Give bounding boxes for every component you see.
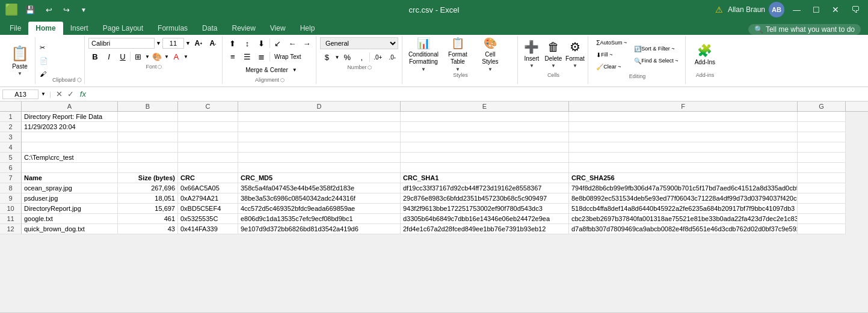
find-select-button[interactable]: 🔍 Find & Select ~ [631,55,681,66]
cut-button[interactable]: ✂ [37,41,51,53]
grid-cell[interactable] [401,163,569,173]
insert-button[interactable]: ➕ Insert ▼ [522,37,542,71]
grid-cell[interactable] [178,163,238,173]
grid-cell[interactable]: 794f8d28b6cb99e9fb306d47a75900b701c5f17b… [569,183,798,193]
merge-center-button[interactable]: Merge & Center [242,64,291,76]
align-left-button[interactable]: ≡ [226,50,239,62]
wrap-text-button[interactable]: Wrap Text [271,50,304,62]
grid-cell[interactable] [238,153,401,163]
grid-cell[interactable] [118,163,178,173]
grid-cell[interactable]: Directory Report: File Data [22,112,118,122]
clear-button[interactable]: 🧹 Clear ~ [593,61,630,72]
percent-button[interactable]: % [340,51,354,63]
indent-increase-button[interactable]: → [300,37,313,49]
grid-cell[interactable]: 0x414FA339 [178,224,238,234]
underline-button[interactable]: U [116,50,129,62]
merge-dropdown[interactable]: ▼ [292,67,297,73]
copy-button[interactable]: 📄 [37,55,51,67]
col-header-d[interactable]: D [238,102,401,111]
align-right-button[interactable]: ≣ [255,50,268,62]
grid-scroll[interactable]: 1Directory Report: File Data2 11/29/2023… [0,112,868,312]
conditional-formatting-button[interactable]: 📊 Conditional Formatting ▼ [406,37,441,71]
grid-cell[interactable]: d3305b64b6849c7dbb16e14346e06eb24472e9ea [401,214,569,224]
grid-cell[interactable] [798,183,846,193]
grid-cell[interactable]: quick_brown_dog.txt [22,224,118,234]
grid-cell[interactable] [401,142,569,153]
currency-dropdown[interactable]: ▼ [334,55,339,60]
grid-cell[interactable]: d7a8fbb307d7809469ca9abcb0082e4f8d5651e4… [569,224,798,234]
decrease-decimal-button[interactable]: .0- [386,51,399,63]
col-header-a[interactable]: A [22,102,118,111]
font-name-dropdown[interactable]: ▼ [156,40,161,46]
grid-cell[interactable] [798,122,846,132]
paste-button[interactable]: 📋 Paste ▼ [7,44,32,77]
grid-cell[interactable] [118,122,178,132]
font-color-button[interactable]: A [170,50,183,62]
align-middle-button[interactable]: ↕ [241,37,254,49]
grid-cell[interactable]: 358c5a4fa047453e44b45e358f2d183e [238,183,401,193]
increase-decimal-button[interactable]: .0+ [371,51,384,63]
grid-cell[interactable]: google.txt [22,214,118,224]
grid-cell[interactable] [798,112,846,122]
grid-cell[interactable]: 9e107d9d372bb6826bd81d3542a419d6 [238,224,401,234]
grid-cell[interactable]: 2fd4e1c67a2d28fced849ee1bb76e7391b93eb12 [401,224,569,234]
grid-cell[interactable] [798,153,846,163]
grid-cell[interactable]: 267,696 [118,183,178,193]
grid-cell[interactable]: 518dccb4ffa8def14a8d6440b45922a2fe6235a6… [569,204,798,214]
grid-cell[interactable]: CRC [178,173,238,183]
grid-cell[interactable] [798,204,846,214]
alignment-expand[interactable]: ⬡ [280,77,285,83]
undo-button[interactable]: ↩ [42,4,56,16]
cell-reference-box[interactable] [2,90,38,99]
grid-cell[interactable] [569,163,798,173]
grid-cell[interactable]: 4cc572d5c469352bfdc9eada669859ae [238,204,401,214]
grid-cell[interactable] [22,163,118,173]
grid-cell[interactable] [798,132,846,142]
grid-cell[interactable]: 943f2f9613bbe172251753002ef90f780d543dc3 [401,204,569,214]
font-color-dropdown[interactable]: ▼ [183,54,188,59]
grid-cell[interactable]: psduser.jpg [22,193,118,204]
grid-cell[interactable] [798,224,846,234]
col-header-e[interactable]: E [401,102,569,111]
share-button[interactable]: 🗨 [848,4,863,16]
indent-decrease-button[interactable]: ← [286,37,299,49]
number-expand[interactable]: ⬡ [368,65,372,70]
grid-cell[interactable]: cbc23beb2697b37840fa001318ae75521e81be33… [569,214,798,224]
grid-cell[interactable] [798,214,846,224]
border-button[interactable]: ⊞ [131,50,144,62]
col-header-f[interactable]: F [569,102,798,111]
grid-cell[interactable]: CRC_MD5 [238,173,401,183]
align-top-button[interactable]: ⬆ [226,37,239,49]
function-button[interactable]: fx [78,90,88,99]
delete-button[interactable]: 🗑 Delete ▼ [543,37,564,71]
grid-cell[interactable]: 18,051 [118,193,178,204]
font-size-dropdown[interactable]: ▼ [185,40,191,46]
tab-insert[interactable]: Insert [63,22,96,35]
grid-cell[interactable] [569,142,798,153]
format-painter-button[interactable]: 🖌 [37,68,51,80]
tab-help[interactable]: Help [293,22,322,35]
tab-view[interactable]: View [263,22,293,35]
grid-cell[interactable]: 0x66AC5A05 [178,183,238,193]
grid-cell[interactable] [569,132,798,142]
grid-cell[interactable] [22,142,118,153]
grid-cell[interactable]: Name [22,173,118,183]
addins-button[interactable]: 🧩 Add-Ins [692,37,718,71]
shrink-font-button[interactable]: A- [206,37,220,49]
tab-home[interactable]: Home [28,22,63,35]
text-direction-button[interactable]: ↙ [271,37,285,49]
grid-cell[interactable] [238,142,401,153]
grid-cell[interactable]: 8e8b08992ec531534deb5e93ed77f06043c71228… [569,193,798,204]
grid-cell[interactable]: 43 [118,224,178,234]
grid-cell[interactable] [178,112,238,122]
grid-cell[interactable]: 11/29/2023 20:04 [22,122,118,132]
formula-input[interactable] [91,91,866,98]
cell-ref-dropdown[interactable]: ▼ [41,91,46,97]
fill-dropdown[interactable]: ▼ [164,54,169,59]
grid-cell[interactable]: ocean_spray.jpg [22,183,118,193]
col-header-g[interactable]: G [798,102,846,111]
italic-button[interactable]: I [102,50,115,62]
grid-cell[interactable]: 29c876e8983c6bfdd2351b457230b68c5c909497 [401,193,569,204]
grid-cell[interactable]: DirectoryReport.jpg [22,204,118,214]
grid-cell[interactable] [118,132,178,142]
